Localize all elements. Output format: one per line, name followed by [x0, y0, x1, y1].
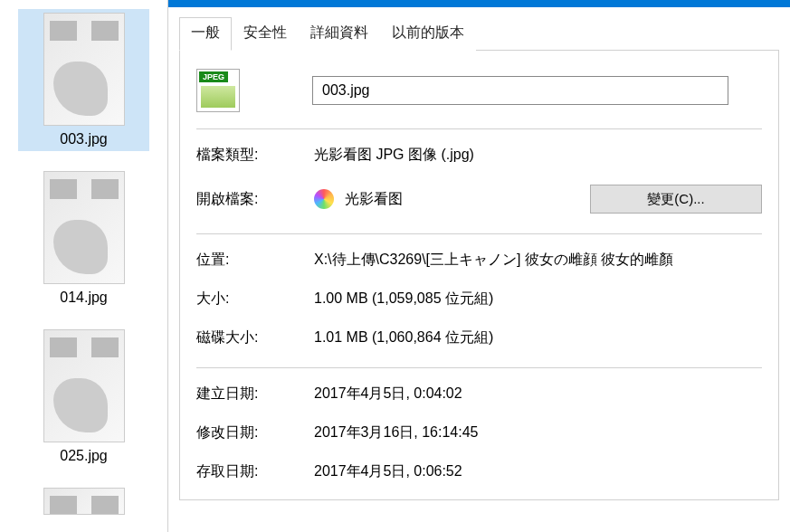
label-file-type: 檔案類型: — [196, 146, 314, 165]
label-created: 建立日期: — [196, 385, 314, 404]
value-size-on-disk: 1.01 MB (1,060,864 位元組) — [314, 328, 762, 347]
thumbnail-image — [43, 171, 125, 284]
tab-details[interactable]: 詳細資料 — [299, 17, 380, 51]
divider — [196, 367, 762, 368]
value-created: 2017年4月5日, 0:04:02 — [314, 385, 762, 404]
value-location: X:\待上傳\C3269\[三上キャノン] 彼女の雌顔 彼女的雌顏 — [314, 251, 762, 270]
thumbnail-panel: 003.jpg 014.jpg 025.jpg — [0, 0, 167, 532]
general-tab-panel: JPEG 檔案類型: 光影看图 JPG 图像 (.jpg) 開啟檔案: 光影看图… — [179, 51, 779, 500]
properties-panel: 一般 安全性 詳細資料 以前的版本 JPEG 檔案類型: 光影看图 JPG 图像… — [167, 0, 790, 532]
value-accessed: 2017年4月5日, 0:06:52 — [314, 462, 762, 481]
thumbnail-item[interactable]: 003.jpg — [18, 9, 149, 151]
thumbnail-label: 003.jpg — [60, 131, 108, 147]
thumbnail-item[interactable] — [18, 484, 149, 518]
file-type-icon: JPEG — [196, 69, 240, 112]
tab-security[interactable]: 安全性 — [232, 17, 299, 51]
value-size: 1.00 MB (1,059,085 位元組) — [314, 290, 762, 309]
label-size-on-disk: 磁碟大小: — [196, 328, 314, 347]
value-opens-with: 光影看图 — [345, 190, 403, 209]
tab-previous-versions[interactable]: 以前的版本 — [380, 17, 476, 51]
window-titlebar — [168, 0, 790, 7]
value-modified: 2017年3月16日, 16:14:45 — [314, 423, 762, 442]
tab-strip: 一般 安全性 詳細資料 以前的版本 — [179, 16, 779, 51]
app-icon — [314, 189, 334, 209]
tab-general[interactable]: 一般 — [179, 17, 232, 51]
change-button[interactable]: 變更(C)... — [590, 185, 762, 214]
label-size: 大小: — [196, 290, 314, 309]
value-file-type: 光影看图 JPG 图像 (.jpg) — [314, 146, 762, 165]
label-opens-with: 開啟檔案: — [196, 190, 314, 209]
filename-input[interactable] — [312, 76, 728, 105]
thumbnail-image — [43, 488, 125, 515]
thumbnail-item[interactable]: 014.jpg — [18, 167, 149, 309]
thumbnail-item[interactable]: 025.jpg — [18, 326, 149, 468]
divider — [196, 128, 762, 129]
thumbnail-label: 014.jpg — [60, 290, 108, 306]
label-location: 位置: — [196, 251, 314, 270]
thumbnail-image — [43, 13, 125, 126]
label-accessed: 存取日期: — [196, 462, 314, 481]
thumbnail-image — [43, 329, 125, 442]
thumbnail-label: 025.jpg — [60, 448, 108, 464]
divider — [196, 233, 762, 234]
label-modified: 修改日期: — [196, 423, 314, 442]
